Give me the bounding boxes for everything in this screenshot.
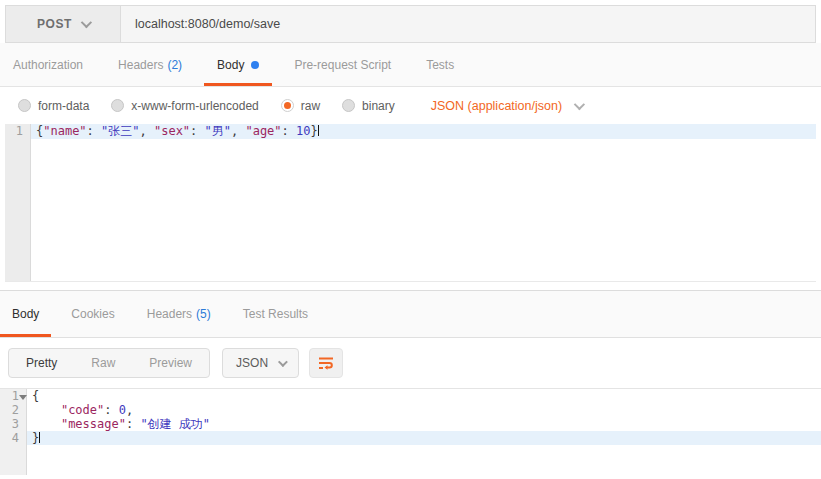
request-body-editor[interactable]: 1 {"name": "张三", "sex": "男", "age": 10} (5, 124, 816, 282)
line-number: 1 (0, 389, 26, 403)
radio-icon (342, 99, 355, 112)
url-text: localhost:8080/demo/save (135, 17, 280, 31)
line-number: 1 (5, 124, 30, 139)
fold-caret-icon[interactable] (19, 395, 27, 400)
radio-icon (18, 99, 31, 112)
postman-request-view: POST localhost:8080/demo/save Authorizat… (0, 0, 821, 479)
tab-prerequest-script[interactable]: Pre-request Script (281, 43, 404, 86)
active-tab-underline (204, 83, 272, 86)
line-number-gutter: 1 2 3 4 (0, 389, 27, 475)
tab-body[interactable]: Body (204, 43, 272, 86)
wrap-text-button[interactable] (309, 348, 343, 378)
line-number: 3 (0, 417, 26, 431)
view-mode-group: Pretty Raw Preview (8, 348, 210, 378)
body-type-row: form-data x-www-form-urlencoded raw bina… (0, 87, 821, 124)
tab-headers[interactable]: Headers (2) (105, 43, 195, 86)
response-tabs: Body Cookies Headers (5) Test Results (0, 291, 821, 338)
tab-response-body[interactable]: Body (0, 291, 51, 337)
chevron-down-icon (574, 98, 585, 109)
code-line: "message": "创建 成功" (27, 417, 821, 431)
code-line: { (27, 389, 821, 403)
line-number: 2 (0, 403, 26, 417)
raw-button[interactable]: Raw (74, 349, 132, 377)
request-url-bar: POST localhost:8080/demo/save (5, 5, 816, 43)
tab-test-results[interactable]: Test Results (231, 291, 320, 337)
request-tabs: Authorization Headers (2) Body Pre-reque… (0, 43, 821, 87)
text-cursor (318, 125, 319, 136)
response-toolbar: Pretty Raw Preview JSON (0, 338, 821, 388)
request-code-area[interactable]: {"name": "张三", "sex": "男", "age": 10} (31, 124, 816, 281)
radio-form-data[interactable]: form-data (18, 99, 89, 113)
response-code-area[interactable]: { "code": 0, "message": "创建 成功" } (27, 389, 821, 475)
tab-tests[interactable]: Tests (413, 43, 467, 86)
method-select[interactable]: POST (6, 6, 121, 42)
tab-response-headers[interactable]: Headers (5) (135, 291, 223, 337)
radio-binary[interactable]: binary (342, 99, 395, 113)
code-line: {"name": "张三", "sex": "男", "age": 10} (31, 124, 816, 139)
line-number: 4 (0, 431, 26, 445)
preview-button[interactable]: Preview (132, 349, 209, 377)
chevron-down-icon (81, 17, 92, 28)
code-line: "code": 0, (27, 403, 821, 417)
headers-count-badge: (2) (167, 58, 182, 72)
tab-cookies[interactable]: Cookies (59, 291, 126, 337)
response-format-select[interactable]: JSON (222, 348, 299, 378)
code-line: } (27, 431, 821, 445)
radio-icon (111, 99, 124, 112)
chevron-down-icon (278, 357, 288, 367)
radio-selected-icon (281, 99, 294, 112)
radio-raw[interactable]: raw (281, 99, 320, 113)
line-number-gutter: 1 (5, 124, 31, 281)
response-body-editor[interactable]: 1 2 3 4 { "code": 0, "message": "创建 成功" … (0, 388, 821, 475)
text-cursor (39, 432, 40, 443)
pretty-button[interactable]: Pretty (9, 349, 74, 377)
content-type-select[interactable]: JSON (application/json) (431, 99, 582, 113)
headers-count-badge: (5) (196, 307, 211, 321)
radio-x-www-form-urlencoded[interactable]: x-www-form-urlencoded (111, 99, 258, 113)
method-label: POST (37, 17, 72, 31)
tab-authorization[interactable]: Authorization (0, 43, 96, 86)
body-modified-dot-icon (251, 61, 259, 69)
url-input[interactable]: localhost:8080/demo/save (121, 6, 815, 42)
active-tab-underline (0, 334, 51, 337)
wrap-text-icon (317, 355, 335, 371)
